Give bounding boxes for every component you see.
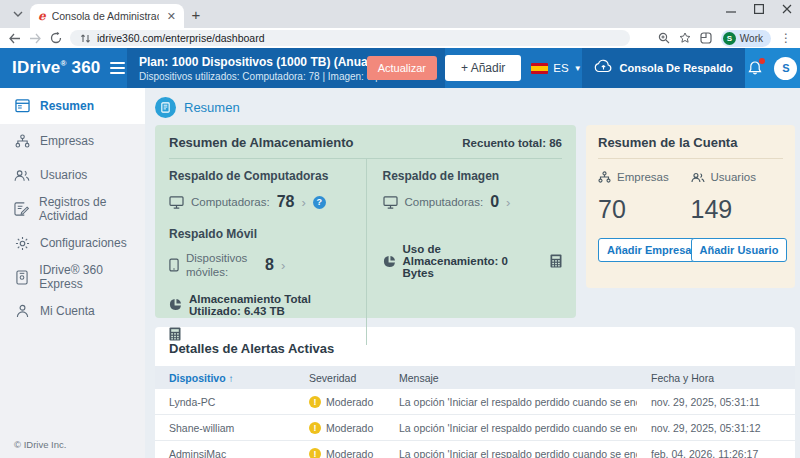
alert-datetime: nov. 29, 2025, 05:31:11 — [637, 396, 795, 408]
sidebar-item-resumen[interactable]: Resumen — [0, 88, 145, 124]
org-chart-icon — [598, 171, 611, 183]
addressbar-actions: S Work ⋮ — [658, 30, 792, 47]
severity-label: Moderado — [326, 448, 373, 458]
tab-groups-icon[interactable] — [700, 32, 712, 44]
sort-asc-icon: ↑ — [229, 373, 234, 384]
warning-icon: ! — [309, 448, 321, 458]
browser-profile-chip[interactable]: S Work — [721, 30, 771, 47]
browser-tab[interactable]: e Consola de Administración de I ✕ — [30, 4, 184, 28]
sidebar-item-empresas[interactable]: Empresas — [0, 124, 145, 158]
warning-icon: ! — [309, 396, 321, 408]
sidebar-item-registros[interactable]: Registros de Actividad — [0, 192, 145, 226]
companies-count: 70 — [598, 195, 691, 224]
image-count-link[interactable]: 0 — [490, 193, 499, 211]
mobile-devices-label: Dispositivos móviles: — [186, 251, 258, 280]
tab-search-chevron-icon[interactable] — [6, 3, 30, 25]
column-fecha[interactable]: Fecha y Hora — [637, 372, 795, 384]
sidebar: Resumen Empresas Usuarios Registros de A… — [0, 88, 145, 458]
chevron-right-icon[interactable]: › — [506, 196, 510, 209]
monitor-icon — [383, 196, 398, 209]
users-column: Usuarios 149 Añadir Usuario — [691, 171, 784, 262]
browser-addressbar: idrive360.com/enterprise/dashboard S Wor… — [0, 28, 800, 48]
upgrade-button[interactable]: Actualizar — [367, 56, 437, 80]
add-company-button[interactable]: Añadir Empresa — [598, 238, 700, 262]
column-dispositivo[interactable]: Dispositivo↑ — [155, 372, 295, 384]
companies-label: Empresas — [617, 171, 669, 183]
chevron-right-icon[interactable]: › — [301, 196, 305, 209]
plan-devices-used: Dispositivos utilizados: Computadora: 78… — [139, 71, 359, 82]
total-storage-used: Almacenamiento Total Utilizado: 6.43 TB — [189, 293, 366, 317]
spain-flag-icon — [531, 63, 548, 74]
new-tab-button[interactable]: + — [184, 2, 208, 26]
storage-summary-panel: Resumen de Almacenamiento Recuento total… — [155, 125, 576, 318]
tab-close-icon[interactable]: ✕ — [165, 9, 178, 24]
companies-column: Empresas 70 Añadir Empresa — [598, 171, 691, 262]
bookmark-star-icon[interactable] — [679, 32, 691, 44]
computers-count-link[interactable]: 78 — [277, 193, 295, 211]
alert-datetime: nov. 29, 2025, 05:31:12 — [637, 422, 795, 434]
table-row[interactable]: Lynda-PC !Moderado La opción 'Iniciar el… — [155, 389, 795, 415]
logo-box: IDrive® 360 — [0, 48, 127, 88]
table-row[interactable]: Shane-william !Moderado La opción 'Inici… — [155, 415, 795, 441]
account-avatar[interactable]: S — [774, 57, 797, 80]
url-text: idrive360.com/enterprise/dashboard — [97, 32, 265, 44]
idrive-favicon-icon: e — [38, 10, 46, 22]
close-window-icon[interactable] — [782, 4, 792, 14]
alert-message: La opción 'Iniciar el respaldo perdido c… — [385, 448, 637, 458]
users-label: Usuarios — [711, 171, 756, 183]
maximize-icon[interactable] — [754, 4, 764, 14]
backup-console-button[interactable]: Consola De Respaldo — [582, 48, 745, 88]
alert-datetime: feb. 04, 2026, 11:26:17 — [637, 448, 795, 458]
language-selector[interactable]: ES ▼ — [531, 62, 581, 74]
device-name: Shane-william — [155, 422, 295, 434]
image-storage-usage: Uso de Almacenamiento: 0 Bytes — [403, 243, 540, 279]
storage-left-column: Respaldo de Computadoras Computadoras: 7… — [169, 159, 366, 345]
dashboard-icon — [14, 99, 30, 113]
forward-icon[interactable] — [29, 33, 42, 44]
tab-title: Consola de Administración de I — [52, 10, 159, 22]
add-user-button[interactable]: Añadir Usuario — [691, 238, 788, 262]
back-icon[interactable] — [8, 33, 21, 44]
plan-title: Plan: 1000 Dispositivos (1000 TB) (Anual… — [139, 55, 359, 69]
site-settings-icon[interactable] — [80, 34, 91, 43]
plan-summary: Plan: 1000 Dispositivos (1000 TB) (Anual… — [127, 48, 445, 88]
chevron-down-icon: ▼ — [574, 64, 582, 73]
table-row[interactable]: AdminsiMac !Moderado La opción 'Iniciar … — [155, 441, 795, 458]
sidebar-label: IDrive® 360 Express — [39, 263, 145, 291]
image-backup-title: Respaldo de Imagen — [383, 169, 563, 183]
zoom-icon[interactable] — [658, 32, 670, 44]
mobile-icon — [169, 258, 179, 272]
column-severidad[interactable]: Severidad — [295, 372, 385, 384]
pie-chart-icon — [383, 255, 396, 268]
total-count: Recuento total: 86 — [462, 137, 562, 149]
sidebar-item-usuarios[interactable]: Usuarios — [0, 158, 145, 192]
calculator-icon[interactable] — [550, 254, 562, 268]
browser-menu-icon[interactable]: ⋮ — [780, 31, 792, 45]
reload-icon[interactable] — [50, 32, 62, 44]
notifications-bell-icon[interactable] — [747, 60, 763, 76]
add-button[interactable]: + Añadir — [445, 55, 521, 81]
sidebar-label: Configuraciones — [40, 236, 127, 250]
column-mensaje[interactable]: Mensaje — [385, 372, 637, 384]
device-name: Lynda-PC — [155, 396, 295, 408]
mobile-backup-title: Respaldo Móvil — [169, 227, 366, 241]
alert-message: La opción 'Iniciar el respaldo perdido c… — [385, 396, 637, 408]
sidebar-label: Registros de Actividad — [39, 195, 145, 223]
sidebar-item-express[interactable]: IDrive® 360 Express — [0, 260, 145, 294]
help-icon[interactable]: ? — [313, 196, 326, 209]
sidebar-label: Usuarios — [40, 168, 87, 182]
sidebar-item-configuraciones[interactable]: Configuraciones — [0, 226, 145, 260]
hamburger-menu-icon[interactable] — [110, 62, 125, 74]
storage-right-column: Respaldo de Imagen Computadoras: 0 › — [366, 159, 563, 345]
chevron-right-icon[interactable]: › — [281, 259, 285, 272]
url-bar[interactable]: idrive360.com/enterprise/dashboard — [70, 30, 630, 46]
notification-badge — [759, 58, 765, 64]
severity-label: Moderado — [326, 396, 373, 408]
language-code: ES — [553, 62, 568, 74]
pie-chart-icon — [169, 298, 182, 311]
minimize-icon[interactable] — [726, 4, 736, 14]
account-summary-title: Resumen de la Cuenta — [598, 135, 783, 159]
users-icon — [14, 169, 30, 182]
mobile-count-link[interactable]: 8 — [265, 256, 274, 274]
sidebar-item-mi-cuenta[interactable]: Mi Cuenta — [0, 294, 145, 328]
